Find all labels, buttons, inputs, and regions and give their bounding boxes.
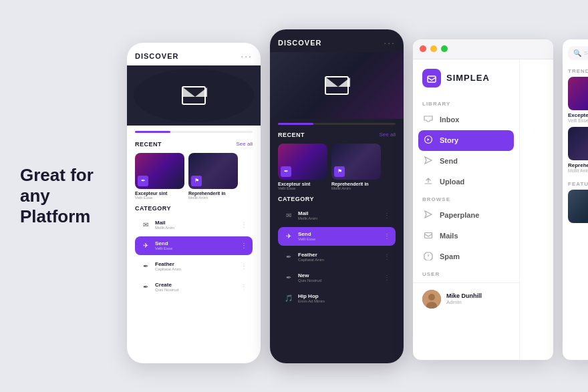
pw-card-flag-1: ✒: [138, 176, 148, 186]
pd-cat-mail[interactable]: ✉ Mail Mollit Anim ⋮: [278, 206, 396, 225]
paperplane-icon: [422, 210, 434, 221]
pd-cat-send-sub: Vellt Esse: [298, 237, 315, 241]
user-name: Mike Dunhill: [446, 292, 482, 299]
search-box[interactable]: 🔍 Search...: [568, 46, 588, 60]
pw-card-name-1: Excepteur sint: [135, 191, 184, 196]
pw-cat-mail-name: Mail: [155, 220, 174, 226]
tl-red-button[interactable]: [420, 45, 426, 52]
pd-cat-hiphop[interactable]: 🎵 Hip Hop Enim Ad Minim: [278, 289, 396, 308]
pd-card-flag-1: ✒: [281, 166, 291, 177]
pd-menu-dots[interactable]: ···: [384, 37, 396, 48]
pd-cat-feather-name: Feather: [298, 252, 324, 258]
pw-card-2: ⚑ Reprehenderit in Mollit Anim: [188, 153, 238, 200]
pd-cat-send-menu[interactable]: ⋮: [384, 232, 390, 240]
nav-spam[interactable]: Spam: [413, 246, 519, 267]
user-profile[interactable]: Mike Dunhill Admin: [413, 282, 519, 311]
story-icon: [422, 135, 434, 146]
nav-send-label: Send: [440, 157, 458, 165]
right-panel: 🔍 Search... TRENDS Excepteur sint Vellt …: [563, 39, 588, 360]
hero-section: Great for any Platform: [20, 165, 127, 228]
pw-cat-feather-menu[interactable]: ⋮: [241, 262, 247, 270]
pw-cat-mail[interactable]: ✉ Mail Mollit Anim ⋮: [135, 216, 253, 234]
user-info: Mike Dunhill Admin: [446, 292, 482, 305]
pw-feather-icon: ✒: [140, 261, 151, 272]
nav-paperplane-label: Paperplane: [440, 211, 479, 219]
svg-point-5: [428, 294, 435, 301]
pd-cat-mail-menu[interactable]: ⋮: [384, 212, 390, 219]
pd-cat-hiphop-name: Hip Hop: [298, 293, 325, 299]
nav-mails-label: Mails: [440, 232, 458, 240]
pd-cat-feather-menu[interactable]: ⋮: [384, 253, 390, 260]
pw-cat-feather-sub: Capltatat Anim: [155, 267, 181, 271]
tl-yellow-button[interactable]: [430, 45, 437, 52]
pd-cat-new-menu[interactable]: ⋮: [384, 274, 390, 281]
featured-item-1: [563, 190, 588, 229]
pw-menu-dots[interactable]: ···: [241, 51, 253, 61]
featured-label: FEATURED: [563, 177, 588, 190]
pd-discover-title: DISCOVER: [278, 39, 321, 47]
pd-card-name-1: Excepteur sint: [278, 182, 327, 186]
trend-item-2: Reprehenderit i Mollit Anim: [563, 127, 588, 177]
mails-icon: [422, 230, 434, 242]
pd-cat-new-sub: Quis Nostrud: [298, 278, 321, 282]
desktop-brand: SIMPLEA: [413, 69, 519, 97]
pd-hero-image: [270, 52, 404, 119]
pd-card-flag-2: ⚑: [334, 166, 345, 177]
pd-mail-icon-overlay: [325, 76, 349, 95]
pd-cat-mail-name: Mail: [298, 210, 317, 216]
library-section-label: LIBRARY: [413, 97, 519, 110]
pw-progress-bar: [135, 131, 253, 133]
nav-send[interactable]: Send: [413, 151, 519, 172]
pw-card-1: ✒ Excepteur sint Vellt Esse: [135, 153, 184, 200]
pw-cat-send-sub: Vellt Esse: [155, 246, 172, 250]
pw-cat-create[interactable]: ✒ Create Quis Nostrud ⋮: [135, 278, 253, 297]
pd-cat-send[interactable]: ✈ Send Vellt Esse ⋮: [278, 227, 396, 246]
pw-cat-send-menu[interactable]: ⋮: [241, 242, 247, 249]
pw-cat-feather-name: Feather: [155, 261, 181, 267]
pd-card-sub-2: Mollit Anim: [331, 186, 381, 190]
svg-point-3: [428, 257, 429, 258]
pw-cat-mail-sub: Mollit Anim: [155, 226, 174, 230]
pw-cat-send-name: Send: [155, 240, 172, 246]
svg-rect-1: [425, 232, 432, 238]
trends-label: TRENDS: [563, 64, 588, 77]
nav-inbox[interactable]: Inbox: [413, 110, 519, 130]
pw-card-flag-2: ⚑: [191, 176, 202, 186]
nav-mails[interactable]: Mails: [413, 226, 519, 246]
desktop-content: [520, 59, 553, 360]
trend-item-1: Excepteur sint Vellt Esse: [563, 77, 588, 127]
nav-story[interactable]: Story: [418, 130, 514, 151]
desktop-sidebar: SIMPLEA LIBRARY Inbox: [413, 59, 520, 360]
desktop-body: SIMPLEA LIBRARY Inbox: [413, 59, 553, 360]
pd-card-sub-1: Vellt Esse: [278, 186, 327, 190]
pw-see-all[interactable]: See all: [237, 141, 253, 147]
nav-spam-label: Spam: [440, 252, 460, 260]
trend-img-2: [568, 127, 588, 160]
pd-cat-feather-sub: Capltatat Anim: [298, 258, 324, 262]
pw-card-img-2: ⚑: [188, 153, 238, 189]
featured-img-1: [568, 190, 588, 223]
pw-cat-feather[interactable]: ✒ Feather Capltatat Anim ⋮: [135, 257, 253, 276]
brand-name: SIMPLEA: [446, 73, 490, 83]
pw-card-name-2: Reprehenderit in: [188, 191, 238, 196]
pd-recent-label: RECENT: [278, 132, 305, 138]
user-role: Admin: [446, 299, 482, 305]
pd-send-icon: ✈: [283, 231, 294, 242]
nav-paperplane[interactable]: Paperplane: [413, 205, 519, 226]
pd-cat-new-name: New: [298, 272, 321, 278]
pw-create-icon: ✒: [140, 282, 151, 292]
pd-hiphop-icon: 🎵: [283, 293, 294, 304]
pd-cat-feather[interactable]: ✒ Feather Capltatat Anim ⋮: [278, 248, 396, 266]
pw-cat-create-menu[interactable]: ⋮: [241, 283, 247, 290]
nav-upload[interactable]: Upload: [413, 172, 519, 192]
tl-green-button[interactable]: [441, 45, 448, 52]
pw-cat-send[interactable]: ✈ Send Vellt Esse ⋮: [135, 236, 253, 255]
trend-sub-2: Mollit Anim: [568, 168, 588, 173]
pd-cat-new[interactable]: ✒ New Quis Nostrud ⋮: [278, 268, 396, 287]
user-section-label: USER: [413, 267, 519, 280]
pw-recent-cards: ✒ Excepteur sint Vellt Esse ⚑ Reprehende…: [127, 150, 261, 205]
pw-card-sub-1: Vellt Esse: [135, 196, 184, 200]
pw-cat-mail-menu[interactable]: ⋮: [241, 221, 247, 228]
nav-upload-label: Upload: [440, 178, 464, 186]
pd-see-all[interactable]: See all: [380, 132, 396, 138]
